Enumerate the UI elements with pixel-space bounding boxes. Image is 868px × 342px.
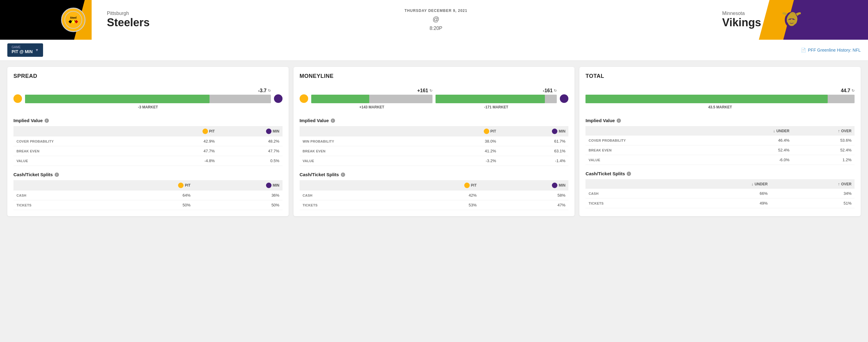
- row-pit: 42%: [396, 191, 480, 200]
- table-row: CASH 66% 34%: [586, 189, 855, 198]
- total-col-over: ↑ OVER: [793, 126, 855, 135]
- row-pit: 53%: [396, 200, 480, 210]
- pff-greenline-link[interactable]: 📄 PFF Greenline History: NFL: [801, 48, 861, 53]
- total-implied-body: COVER PROBABILITY 46.4% 53.6% BREAK EVEN…: [586, 135, 855, 165]
- svg-point-18: [485, 129, 488, 133]
- game-header: Steel ers Pittsburgh Steelers THURSDAY D…: [0, 0, 868, 40]
- spread-implied-col-label: [13, 126, 157, 136]
- row-min: 58%: [480, 191, 569, 200]
- table-row: COVER PROBABILITY 42.9% 48.2%: [13, 136, 282, 146]
- row-label: BREAK EVEN: [300, 146, 433, 156]
- refresh-icon-ml-min: ↻: [554, 89, 557, 93]
- row-over: 34%: [771, 189, 855, 198]
- at-symbol: @: [432, 15, 439, 23]
- table-row: COVER PROBABILITY 46.4% 53.6%: [586, 135, 855, 145]
- row-pit: -4.8%: [157, 156, 218, 166]
- game-time: 8:20P: [429, 26, 442, 31]
- svg-point-14: [179, 184, 183, 187]
- table-row: VALUE -3.2% -1.4%: [300, 156, 569, 166]
- total-cash-info-icon[interactable]: i: [627, 172, 631, 176]
- min-icon-small: [266, 129, 272, 134]
- document-icon: 📄: [801, 48, 806, 53]
- row-label: VALUE: [300, 156, 433, 166]
- spread-bar-fill: [25, 95, 210, 103]
- game-selector-button[interactable]: GAME PIT @ MIN ▼: [7, 43, 43, 57]
- moneyline-cash-info-icon[interactable]: i: [341, 173, 345, 177]
- total-cash-body: CASH 66% 34% TICKETS 49% 51%: [586, 189, 855, 208]
- moneyline-min-bar-section: -161 ↻ -171 MARKET: [436, 88, 557, 109]
- spread-pit-icon: [13, 94, 22, 103]
- svg-point-19: [553, 129, 556, 133]
- spread-cash-body: CASH 64% 36% TICKETS 50% 50%: [13, 191, 282, 210]
- row-label: CASH: [13, 191, 109, 200]
- game-selector-value: PIT @ MIN: [11, 49, 33, 54]
- spread-implied-col-min: MIN: [218, 126, 282, 136]
- moneyline-bar-area: +161 ↻ +143 MARKET -161 ↻: [300, 84, 569, 113]
- svg-point-17: [562, 96, 566, 101]
- pff-link-text: PFF Greenline History: NFL: [808, 48, 861, 53]
- moneyline-pit-value: +161 ↻: [417, 88, 432, 93]
- row-under: 52.4%: [722, 145, 793, 155]
- row-under: -6.0%: [722, 155, 793, 165]
- svg-point-20: [465, 184, 469, 187]
- spread-value-label: -3.7 ↻: [258, 88, 271, 93]
- spread-implied-header: PIT MIN: [13, 126, 282, 136]
- game-details: THURSDAY DECEMBER 9, 2021 @ 8:20P: [404, 8, 467, 31]
- min-icon-small2: [266, 183, 272, 188]
- table-row: VALUE -6.0% 1.2%: [586, 155, 855, 165]
- svg-point-7: [788, 16, 796, 26]
- moneyline-implied-info-icon[interactable]: i: [331, 119, 335, 123]
- spread-bar-area: -3.7 ↻ -3 MARKET: [13, 84, 282, 113]
- row-min: 0.5%: [218, 156, 282, 166]
- row-min: -1.4%: [499, 156, 568, 166]
- ml-col-pit: PIT: [433, 126, 499, 136]
- moneyline-implied-body: WIN PROBABILITY 38.0% 61.7% BREAK EVEN 4…: [300, 136, 569, 166]
- min-icon-ml2: [552, 183, 557, 188]
- total-bar-track: [586, 95, 855, 103]
- moneyline-implied-title: Implied Value i: [300, 118, 569, 123]
- spread-implied-body: COVER PROBABILITY 42.9% 48.2% BREAK EVEN…: [13, 136, 282, 166]
- row-label: BREAK EVEN: [586, 145, 722, 155]
- row-pit: 42.9%: [157, 136, 218, 146]
- row-label: TICKETS: [586, 198, 675, 208]
- svg-point-8: [789, 19, 791, 20]
- away-team-name-label: Steelers: [107, 16, 150, 29]
- total-implied-title: Implied Value i: [586, 118, 855, 123]
- total-implied-info-icon[interactable]: i: [617, 119, 621, 123]
- over-icon: ↑: [838, 129, 840, 133]
- total-implied-header: ↓ UNDER ↑ OVER: [586, 126, 855, 135]
- svg-point-21: [553, 184, 556, 187]
- spread-title: SPREAD: [13, 73, 282, 80]
- under-icon: ↓: [773, 129, 775, 133]
- total-market-label: 43.5 MARKET: [586, 105, 855, 109]
- ml-col-min: MIN: [499, 126, 568, 136]
- spread-cash-header: PIT MIN: [13, 180, 282, 191]
- vikings-logo: [782, 9, 801, 31]
- moneyline-pit-bar-fill: [311, 95, 370, 103]
- home-team-name-label: Vikings: [722, 16, 761, 29]
- min-icon-ml: [552, 129, 557, 134]
- away-team-name: Pittsburgh Steelers: [92, 0, 165, 40]
- svg-point-16: [302, 96, 306, 101]
- row-label: COVER PROBABILITY: [586, 135, 722, 145]
- row-pit: -3.2%: [433, 156, 499, 166]
- main-content: SPREAD -3.7 ↻ -3 MARKET: [0, 61, 868, 222]
- svg-point-13: [267, 129, 271, 133]
- total-cash-title: Cash/Ticket Splits i: [586, 171, 855, 176]
- row-pit: 64%: [109, 191, 194, 200]
- moneyline-min-bar-fill: [436, 95, 545, 103]
- spread-implied-col-pit: PIT: [157, 126, 218, 136]
- spread-implied-info-icon[interactable]: i: [44, 119, 49, 123]
- spread-market-label: -3 MARKET: [25, 105, 271, 109]
- row-label: CASH: [300, 191, 396, 200]
- spread-cash-info-icon[interactable]: i: [55, 173, 59, 177]
- row-label: CASH: [586, 189, 675, 198]
- row-over: 51%: [771, 198, 855, 208]
- total-cash-table: ↓ UNDER ↑ OVER CASH 66%: [586, 179, 855, 208]
- spread-cash-col-min: MIN: [194, 180, 282, 191]
- spread-bar-container: -3.7 ↻ -3 MARKET: [25, 88, 271, 109]
- row-pit: 38.0%: [433, 136, 499, 146]
- under-icon2: ↓: [751, 182, 753, 186]
- table-row: BREAK EVEN 52.4% 52.4%: [586, 145, 855, 155]
- moneyline-cash-header: PIT MIN: [300, 180, 569, 191]
